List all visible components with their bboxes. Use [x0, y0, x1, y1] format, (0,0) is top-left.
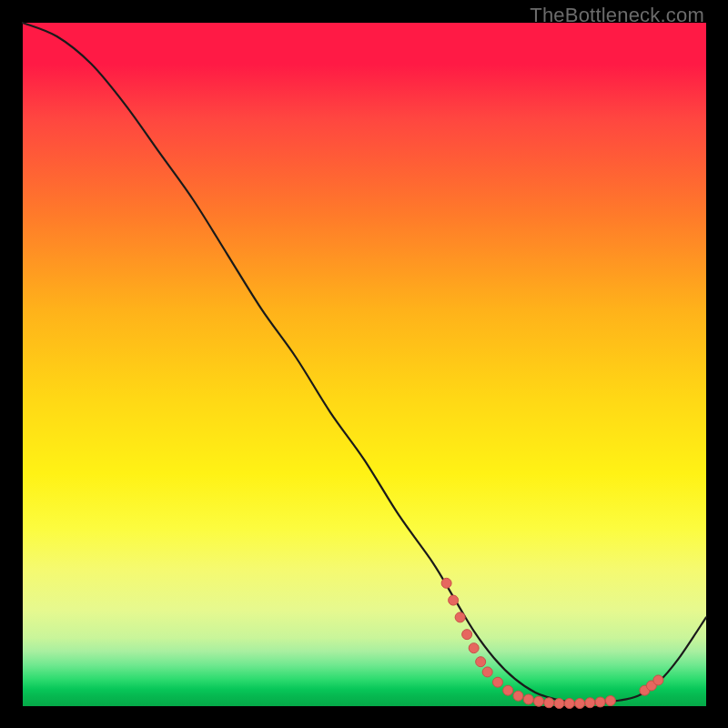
- marker-dot: [595, 697, 605, 707]
- marker-dot: [469, 643, 479, 653]
- marker-dot: [441, 578, 451, 588]
- marker-dot: [653, 675, 663, 685]
- marker-dot: [455, 612, 465, 622]
- marker-dot: [534, 696, 544, 706]
- marker-dot: [476, 657, 486, 667]
- marker-dot: [523, 694, 533, 704]
- plot-area: [23, 23, 706, 706]
- marker-dot: [482, 667, 492, 677]
- chart-stage: TheBottleneck.com: [0, 0, 728, 728]
- marker-dot: [554, 698, 564, 708]
- bottleneck-curve: [23, 23, 706, 703]
- marker-dot: [585, 698, 595, 708]
- marker-dot: [492, 677, 502, 687]
- marker-dot: [449, 595, 459, 605]
- curve-layer: [23, 23, 706, 706]
- marker-dot: [605, 695, 615, 705]
- marker-dot: [503, 685, 513, 695]
- marker-dot: [513, 691, 523, 701]
- marker-dot: [564, 698, 574, 708]
- marker-dots-group: [441, 578, 663, 708]
- marker-dot: [544, 698, 554, 708]
- marker-dot: [575, 698, 585, 708]
- marker-dot: [462, 630, 472, 640]
